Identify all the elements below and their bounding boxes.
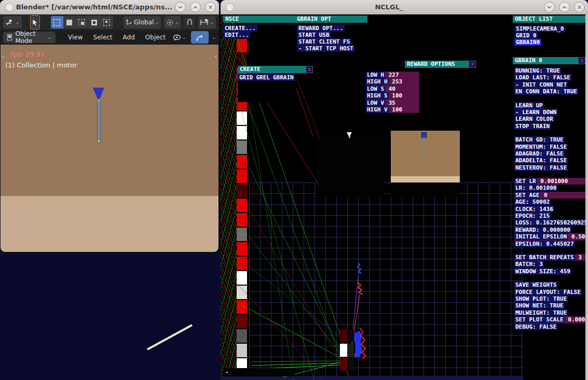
snap-toggle-button[interactable] bbox=[184, 16, 195, 29]
property-en-conn-data-true[interactable]: EN CONN DATA: TRUE bbox=[514, 88, 587, 95]
setter-set-age[interactable]: SET AGE 0 bbox=[514, 192, 585, 199]
reward-slider-low-v[interactable]: LOW V 35 bbox=[366, 100, 419, 106]
property-text: REWARD: 0.000000 bbox=[514, 227, 571, 233]
setter-set-batch-repeats[interactable]: SET BATCH REPEATS 3 bbox=[514, 254, 585, 261]
overlays-toggle-button[interactable] bbox=[191, 31, 209, 44]
slider-value: 100 bbox=[389, 106, 403, 113]
menu-item-start-client-fs[interactable]: START CLIENT FS bbox=[297, 38, 351, 45]
create-item-grel[interactable]: GREL bbox=[255, 74, 272, 81]
net-cell-8 bbox=[237, 155, 247, 168]
mode-dropdown[interactable]: Object Mode ⌄ bbox=[3, 32, 56, 43]
maximize-button[interactable] bbox=[559, 2, 570, 12]
object-list-item-simplecamera_0[interactable]: SIMPLECAMERA_0 bbox=[514, 25, 566, 32]
select-tool-button[interactable] bbox=[30, 15, 40, 30]
select-invert-icon bbox=[93, 21, 95, 24]
slider-label: HIGH V bbox=[366, 106, 389, 113]
property-show-plot-true[interactable]: SHOW PLOT: TRUE bbox=[514, 295, 587, 302]
reward-slider-low-h[interactable]: LOW H 227 bbox=[366, 72, 419, 78]
nclgl-titlebar[interactable]: NCLGL_ × bbox=[221, 0, 588, 15]
menu-select[interactable]: Select bbox=[88, 34, 118, 41]
close-button[interactable]: × bbox=[205, 2, 216, 12]
menu-gbrain-opt[interactable]: GBRAIN OPT bbox=[295, 16, 367, 23]
reward-slider-high-v[interactable]: HIGH V 100 bbox=[366, 106, 419, 113]
property-window-size-459[interactable]: WINDOW SIZE: 459 bbox=[514, 268, 587, 275]
close-panel-button[interactable]: x bbox=[579, 58, 585, 64]
menu-item--start-tcp-host[interactable]: - START TCP HOST bbox=[297, 45, 355, 52]
close-popup-button[interactable]: x bbox=[469, 61, 475, 67]
setter-set-plot-scale[interactable]: SET PLOT SCALE 0.00005 bbox=[514, 316, 585, 323]
property-reward-0-000000[interactable]: REWARD: 0.000000 bbox=[514, 227, 587, 233]
reward-popup-header[interactable]: REWARD OPTIONS x bbox=[405, 61, 476, 68]
slider-label: HIGH S bbox=[366, 92, 389, 99]
annotate-tool-button[interactable]: ⌄ bbox=[3, 16, 22, 29]
property-adadelta-false[interactable]: ADADELTA: FALSE bbox=[514, 157, 587, 164]
minimize-button[interactable] bbox=[175, 2, 186, 12]
property-adagrad-false[interactable]: ADAGRAD: FALSE bbox=[514, 150, 587, 157]
object-list-item-gbrain0[interactable]: GBRAIN0 bbox=[514, 39, 541, 46]
property-age-50002[interactable]: AGE: 50002 bbox=[514, 199, 587, 205]
setter-value: 0.001000 bbox=[537, 178, 568, 185]
menu-object[interactable]: Object bbox=[140, 34, 171, 41]
property-init-conn-net[interactable]: - INIT CONN NET bbox=[514, 81, 587, 88]
menu-nsce[interactable]: NSCE bbox=[223, 16, 295, 23]
property-show-net-true[interactable]: SHOW NET: TRUE bbox=[514, 302, 587, 309]
menu-item-create-[interactable]: CREATE... bbox=[223, 25, 257, 32]
menu-item-reward-opt-[interactable]: REWARD OPT... bbox=[297, 25, 345, 32]
maximize-button[interactable] bbox=[190, 2, 201, 12]
menu-add[interactable]: Add bbox=[118, 34, 140, 41]
property-epoch-215[interactable]: EPOCH: 215 bbox=[514, 213, 587, 219]
property-momentum-false[interactable]: MOMENTUM: FALSE bbox=[514, 144, 587, 150]
property-clock-1436[interactable]: CLOCK: 1436 bbox=[514, 206, 587, 213]
menu-item-start-usb[interactable]: START USB bbox=[297, 32, 331, 38]
blender-3d-viewport[interactable]: fps: 29.97 (1) Collection | motor › ‹ bbox=[1, 45, 218, 252]
property-loss-0-16276502609252[interactable]: LOSS: 0.16276502609252 bbox=[514, 219, 587, 226]
property-lr-0-001000[interactable]: LR: 0.001000 bbox=[514, 185, 587, 191]
menu-item-edit-[interactable]: EDIT... bbox=[223, 32, 250, 38]
property-learn-color[interactable]: LEARN COLOR bbox=[514, 116, 587, 122]
property-batch-gd-true[interactable]: BATCH GD: TRUE bbox=[514, 136, 587, 143]
nclgl-canvas[interactable]: NSCE GBRAIN OPT CREATE...EDIT... REWARD … bbox=[221, 15, 588, 380]
property-debug-false[interactable]: DEBUG: FALSE bbox=[514, 323, 587, 330]
sidebar-expand-handle[interactable]: ‹ bbox=[214, 53, 217, 60]
transform-orientation-dropdown[interactable]: Global ⌄ bbox=[124, 16, 161, 29]
create-popup-header[interactable]: CREATE x bbox=[238, 66, 313, 73]
reward-slider-low-s[interactable]: LOW S 40 bbox=[366, 86, 419, 92]
property-nesterov-false[interactable]: NESTEROV: FALSE bbox=[514, 164, 587, 171]
blender-titlebar[interactable]: Blender* [/var/www/html/NSCE/apps/ns... … bbox=[0, 0, 219, 15]
reward-slider-high-s[interactable]: HIGH S 100 bbox=[366, 92, 419, 99]
close-button[interactable]: × bbox=[574, 2, 585, 12]
property-stop-train[interactable]: STOP TRAIN bbox=[514, 123, 587, 130]
select-mode-set-button[interactable] bbox=[51, 16, 63, 29]
property-load-last-false[interactable]: LOAD LAST: FALSE bbox=[514, 74, 587, 81]
property-save-weights[interactable]: SAVE WEIGHTS bbox=[514, 282, 587, 288]
select-mode-subtract-button[interactable] bbox=[76, 16, 88, 29]
create-item-gbrain[interactable]: GBRAIN bbox=[271, 74, 295, 81]
minimize-button[interactable] bbox=[544, 2, 555, 12]
menu-view[interactable]: View bbox=[63, 34, 88, 41]
plot-grid bbox=[249, 182, 523, 380]
property-learn-down[interactable]: - LEARN DOWN bbox=[514, 109, 587, 116]
close-popup-button[interactable]: x bbox=[306, 66, 312, 73]
gbrain-panel-header[interactable]: GBRAIN 0 x bbox=[513, 57, 585, 64]
snap-settings-dropdown[interactable]: ⌄ bbox=[198, 16, 216, 29]
gizmos-dropdown[interactable]: ⌄ bbox=[171, 31, 188, 44]
motor-rod-object[interactable] bbox=[97, 100, 101, 143]
property-mulweight-true[interactable]: MULWEIGHT: TRUE bbox=[514, 309, 587, 316]
create-item-grid[interactable]: GRID bbox=[238, 74, 255, 81]
select-mode-extend-button[interactable] bbox=[63, 16, 76, 29]
chevron-down-icon: ⌄ bbox=[48, 35, 52, 40]
property-running-true[interactable]: RUNNING: TRUE bbox=[514, 67, 587, 74]
toolbar-expand-handle[interactable]: › bbox=[2, 53, 4, 60]
select-mode-intersect-button[interactable] bbox=[101, 16, 113, 29]
property-batch-3[interactable]: BATCH: 3 bbox=[514, 261, 587, 268]
setter-initial-epsilon[interactable]: INITIAL EPSILON 0.5000 bbox=[514, 233, 585, 240]
property-force-layout-false[interactable]: FORCE LAYOUT: FALSE bbox=[514, 289, 587, 295]
fps-counter: fps: 29.97 bbox=[11, 50, 45, 58]
select-mode-invert-button[interactable] bbox=[88, 16, 101, 29]
pivot-point-dropdown[interactable]: ⌄ bbox=[164, 16, 181, 29]
setter-set-lr[interactable]: SET LR 0.001000 bbox=[514, 178, 585, 185]
reward-slider-high-h[interactable]: HIGH H 253 bbox=[366, 78, 419, 85]
object-list-item-grid 0[interactable]: GRID 0 bbox=[514, 32, 538, 39]
property-learn-up[interactable]: LEARN UP bbox=[514, 102, 587, 109]
property-epsilon-0-445027[interactable]: EPSILON: 0.445027 bbox=[514, 241, 587, 247]
